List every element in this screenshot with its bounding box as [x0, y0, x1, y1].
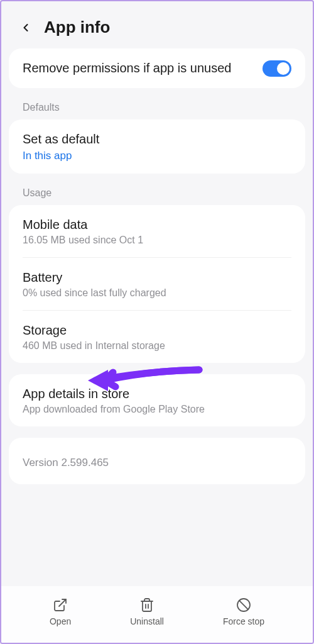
uninstall-button[interactable]: Uninstall: [130, 597, 164, 626]
battery-title: Battery: [23, 269, 291, 286]
mobile-data-title: Mobile data: [23, 216, 291, 233]
svg-line-4: [239, 601, 248, 609]
open-label: Open: [50, 616, 71, 626]
app-details-title: App details in store: [23, 386, 291, 402]
defaults-card: Set as default In this app: [9, 119, 305, 174]
header: App info: [1, 1, 313, 48]
battery-sub: 0% used since last fully charged: [23, 287, 291, 299]
app-details-sub: App downloaded from Google Play Store: [23, 404, 291, 415]
usage-card: Mobile data 16.05 MB used since Oct 1 Ba…: [9, 205, 305, 363]
storage-sub: 460 MB used in Internal storage: [23, 340, 291, 352]
usage-section-label: Usage: [1, 174, 313, 205]
bottom-bar: Open Uninstall Force stop: [1, 586, 313, 643]
open-icon: [53, 597, 68, 613]
remove-permissions-toggle[interactable]: [263, 60, 291, 77]
version-card: Version 2.599.465: [9, 438, 305, 484]
toggle-knob: [277, 62, 290, 75]
defaults-section-label: Defaults: [1, 88, 313, 119]
storage-row[interactable]: Storage 460 MB used in Internal storage: [9, 311, 305, 363]
force-stop-button[interactable]: Force stop: [223, 597, 264, 626]
set-default-row[interactable]: Set as default In this app: [9, 119, 305, 174]
force-stop-label: Force stop: [223, 616, 264, 626]
mobile-data-row[interactable]: Mobile data 16.05 MB used since Oct 1: [9, 205, 305, 257]
app-details-card: App details in store App downloaded from…: [9, 374, 305, 426]
set-default-title: Set as default: [23, 131, 291, 148]
open-button[interactable]: Open: [50, 597, 71, 626]
version-text: Version 2.599.465: [23, 457, 291, 469]
stop-icon: [236, 597, 251, 613]
app-details-row[interactable]: App details in store App downloaded from…: [9, 374, 305, 426]
set-default-sub: In this app: [23, 150, 291, 162]
storage-title: Storage: [23, 322, 291, 339]
remove-permissions-label: Remove permissions if app is unused: [23, 60, 263, 77]
battery-row[interactable]: Battery 0% used since last fully charged: [9, 258, 305, 310]
svg-line-0: [59, 599, 66, 606]
permissions-card: Remove permissions if app is unused: [9, 48, 305, 88]
page-title: App info: [44, 18, 110, 37]
trash-icon: [139, 597, 154, 613]
back-icon[interactable]: [19, 21, 33, 35]
uninstall-label: Uninstall: [130, 616, 164, 626]
mobile-data-sub: 16.05 MB used since Oct 1: [23, 235, 291, 246]
remove-permissions-row[interactable]: Remove permissions if app is unused: [9, 48, 305, 88]
